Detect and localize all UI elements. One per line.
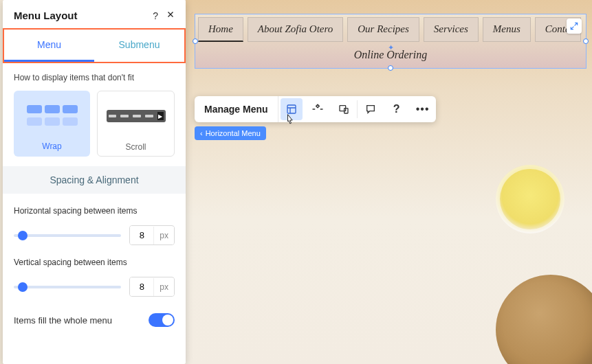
svg-rect-0 bbox=[287, 105, 296, 113]
v-spacing-label: Vertical spacing between items bbox=[14, 258, 175, 267]
expand-button[interactable] bbox=[567, 19, 582, 34]
menu-layout-panel: Menu Layout ? Menu Submenu How to displa… bbox=[3, 0, 186, 364]
fill-menu-label: Items fill the whole menu bbox=[14, 315, 112, 326]
section-spacing-alignment: Spacing & Alignment bbox=[3, 166, 186, 194]
expand-icon bbox=[569, 21, 579, 31]
v-spacing-unit: px bbox=[153, 278, 174, 296]
layout-icon bbox=[286, 104, 297, 115]
scroll-label: Scroll bbox=[125, 142, 146, 152]
panel-tabs: Menu Submenu bbox=[3, 28, 186, 63]
chevron-left-icon: ‹ bbox=[200, 129, 203, 137]
overflow-mode-wrap[interactable]: Wrap bbox=[14, 91, 90, 157]
design-icon bbox=[311, 103, 324, 115]
layout-button[interactable] bbox=[281, 98, 303, 120]
h-spacing-label: Horizontal spacing between items bbox=[14, 206, 175, 216]
nav-item-menus[interactable]: Menus bbox=[483, 17, 531, 42]
panel-close-button[interactable] bbox=[166, 10, 175, 21]
v-spacing-input[interactable] bbox=[130, 277, 153, 296]
resize-handle-left[interactable] bbox=[193, 38, 198, 44]
fill-menu-toggle[interactable] bbox=[149, 313, 175, 327]
responsive-icon bbox=[338, 104, 349, 115]
design-button[interactable] bbox=[305, 96, 331, 122]
breadcrumb[interactable]: ‹ Horizontal Menu bbox=[195, 126, 266, 140]
close-icon bbox=[166, 10, 175, 19]
breadcrumb-label: Horizontal Menu bbox=[206, 129, 261, 137]
manage-menu-button[interactable]: Manage Menu bbox=[195, 96, 278, 122]
nav-item-home[interactable]: Home bbox=[198, 17, 243, 42]
nav-item-services[interactable]: Services bbox=[424, 17, 479, 42]
element-toolbar: Manage Menu ? ••• bbox=[195, 96, 436, 122]
help-button[interactable]: ? bbox=[384, 96, 410, 122]
h-spacing-unit: px bbox=[153, 227, 174, 244]
resize-handle-right[interactable] bbox=[583, 38, 589, 44]
more-button[interactable]: ••• bbox=[410, 96, 436, 122]
add-row-indicator-icon: ✦ bbox=[388, 43, 394, 52]
wrap-label: Wrap bbox=[42, 141, 61, 151]
v-spacing-slider[interactable] bbox=[14, 286, 121, 288]
responsive-button[interactable] bbox=[331, 96, 357, 122]
h-spacing-input[interactable] bbox=[130, 226, 153, 244]
overflow-hint: How to display items that don't fit bbox=[14, 73, 175, 82]
tab-submenu[interactable]: Submenu bbox=[94, 30, 184, 62]
menu-row: Home About Zofia Otero Our Recipes Servi… bbox=[198, 17, 583, 42]
h-spacing-slider[interactable] bbox=[14, 234, 121, 237]
wrap-preview-icon bbox=[23, 96, 82, 135]
nav-item-about[interactable]: About Zofia Otero bbox=[248, 17, 343, 42]
panel-help-button[interactable]: ? bbox=[153, 10, 158, 21]
nav-item-recipes[interactable]: Our Recipes bbox=[347, 17, 419, 42]
comment-button[interactable] bbox=[358, 96, 384, 122]
overflow-mode-scroll[interactable]: ▶ Scroll bbox=[97, 91, 175, 157]
scroll-preview-icon: ▶ bbox=[107, 97, 166, 135]
resize-handle-bottom[interactable] bbox=[388, 65, 393, 71]
tab-menu[interactable]: Menu bbox=[4, 30, 94, 62]
panel-title: Menu Layout bbox=[14, 10, 78, 21]
menu-component-selection[interactable]: Home About Zofia Otero Our Recipes Servi… bbox=[195, 14, 586, 69]
comment-icon bbox=[365, 104, 376, 115]
